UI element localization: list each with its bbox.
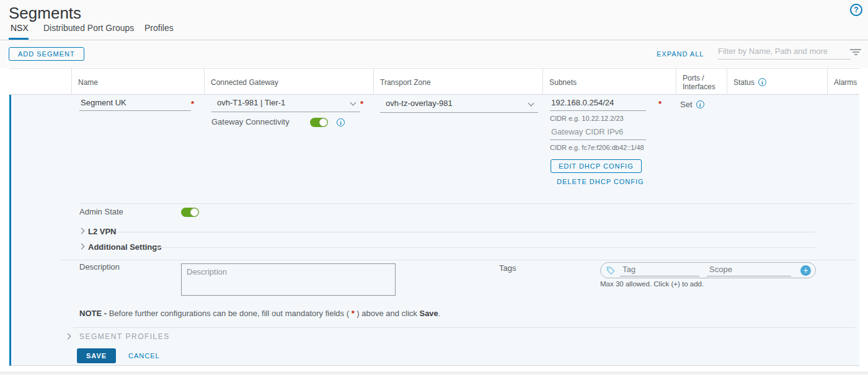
gateway-connectivity-info-icon[interactable] [337, 118, 345, 126]
status-info-icon[interactable] [758, 78, 766, 86]
chevron-down-icon [528, 100, 534, 107]
ports-interfaces-set: Set [680, 100, 704, 109]
column-header-name: Name [71, 69, 204, 95]
admin-state-toggle[interactable] [181, 208, 199, 217]
column-header-alarms: Alarms [827, 69, 859, 95]
divider [59, 260, 856, 260]
gateway-connectivity-toggle[interactable] [310, 118, 328, 127]
table-header: Name Connected Gateway Transport Zone Su… [9, 68, 859, 95]
ports-set-info-icon[interactable] [696, 100, 704, 108]
column-header-ports-interfaces: Ports / Interfaces [676, 69, 727, 95]
tab-distributed-port-groups[interactable]: Distributed Port Groups [43, 23, 134, 33]
page-title: Segments [9, 4, 81, 23]
connected-gateway-select[interactable]: ovh-T1-981 | Tier-1 [211, 97, 360, 112]
transport-zone-select[interactable]: ovh-tz-overlay-981 [380, 97, 538, 113]
transport-zone-value: ovh-tz-overlay-981 [386, 99, 453, 108]
tag-icon [606, 266, 615, 275]
column-header-connected-gateway: Connected Gateway [204, 69, 373, 95]
next-row-strip [0, 372, 868, 375]
delete-dhcp-config-button[interactable]: DELETE DHCP CONFIG [557, 178, 644, 185]
segments-page: Segments NSX Distributed Port Groups Pro… [0, 0, 868, 375]
tags-label: Tags [499, 263, 516, 273]
ports-set-label: Set [680, 100, 693, 109]
gateway-cidr-ipv6-hint: CIDR e.g. fc7e:f206:db42::1/48 [550, 144, 644, 151]
chevron-down-icon [350, 100, 356, 106]
description-label: Description [79, 262, 120, 271]
expand-all-button[interactable]: EXPAND ALL [657, 50, 704, 58]
help-icon[interactable] [850, 4, 862, 16]
gateway-required-marker: * [360, 99, 363, 108]
filter-icon[interactable] [849, 49, 862, 56]
filter-input[interactable] [718, 45, 851, 60]
toggle-knob [319, 118, 327, 126]
toggle-knob [190, 208, 198, 216]
selected-row-indicator [9, 95, 11, 366]
add-tag-button[interactable] [800, 265, 811, 276]
segment-form-row: * ovh-T1-981 | Tier-1 * Gateway Connecti… [9, 95, 859, 366]
scope-input[interactable] [707, 264, 791, 276]
tags-hint: Max 30 allowed. Click (+) to add. [600, 280, 704, 288]
column-header-status: Status [727, 69, 827, 95]
tag-input[interactable] [620, 264, 699, 276]
tags-editor [600, 262, 816, 278]
segment-profiles-label: SEGMENT PROFILES [79, 332, 170, 341]
tab-profiles[interactable]: Profiles [144, 23, 174, 33]
divider [79, 203, 854, 204]
divider [73, 327, 856, 328]
edit-dhcp-config-button[interactable]: EDIT DHCP CONFIG [551, 159, 642, 173]
connected-gateway-value: ovh-T1-981 | Tier-1 [217, 98, 285, 107]
chevron-right-icon [79, 228, 85, 234]
description-textarea[interactable] [181, 263, 396, 296]
chevron-right-icon [79, 244, 85, 250]
add-segment-button[interactable]: ADD SEGMENT [9, 47, 84, 61]
tab-nsx[interactable]: NSX [11, 23, 29, 33]
segment-name-input[interactable] [79, 97, 191, 111]
gateway-connectivity-label: Gateway Connectivity [211, 117, 290, 126]
section-line [116, 232, 815, 232]
gateway-cidr-ipv6-input[interactable] [550, 126, 646, 140]
chevron-right-icon [65, 333, 71, 340]
note-prefix: NOTE - [79, 309, 109, 318]
save-button[interactable]: SAVE [77, 348, 116, 363]
l2-vpn-label: L2 VPN [88, 227, 117, 236]
column-header-transport-zone: Transport Zone [373, 69, 542, 95]
subnets-input[interactable] [550, 97, 646, 111]
note-text: NOTE - Before further configurations can… [79, 309, 440, 318]
column-header-subnets: Subnets [542, 69, 676, 95]
subnets-required-marker: * [658, 99, 662, 108]
status-header-label: Status [733, 78, 755, 87]
name-required-marker: * [191, 99, 194, 108]
additional-settings-label: Additional Settings [88, 242, 161, 252]
admin-state-label: Admin State [79, 207, 123, 216]
section-line [154, 247, 815, 248]
subnets-cidr-hint: CIDR e.g. 10.22.12.2/23 [550, 115, 624, 122]
tabbar-border [0, 40, 868, 40]
cancel-button[interactable]: CANCEL [128, 352, 160, 360]
